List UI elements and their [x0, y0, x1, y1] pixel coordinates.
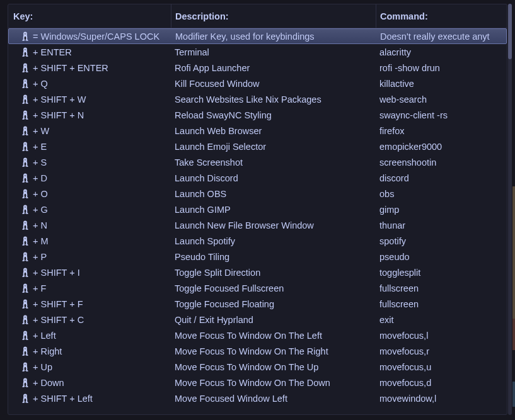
tux-icon [21, 157, 30, 167]
cell-key: + SHIFT + Left [8, 394, 171, 404]
table-row[interactable]: + MLaunch Spotifyspotify [8, 233, 507, 249]
keybindings-window: Key: Description: Command: = Windows/Sup… [8, 4, 507, 415]
cell-description: Toggle Focused Floating [171, 296, 376, 312]
cell-command: movefocus,r [376, 343, 507, 359]
table-row[interactable]: + SHIFT + ENTERRofi App Launcherrofi -sh… [8, 60, 507, 76]
table-row[interactable]: + SHIFT + NReload SwayNC Stylingswaync-c… [8, 107, 507, 123]
table-row[interactable]: = Windows/Super/CAPS LOCKModifier Key, u… [8, 28, 507, 44]
cell-key: + SHIFT + N [8, 110, 171, 120]
cell-command: movewindow,l [376, 390, 507, 406]
key-text: + W [33, 126, 49, 136]
key-text: + G [33, 205, 48, 215]
table-row[interactable]: + LeftMove Focus To Window On The Leftmo… [8, 327, 507, 343]
table-row[interactable]: + GLaunch GIMPgimp [8, 201, 507, 217]
key-text: = Windows/Super/CAPS LOCK [33, 31, 159, 42]
header-command[interactable]: Command: [376, 4, 507, 28]
tux-icon [21, 189, 30, 199]
cell-command: togglesplit [376, 264, 507, 280]
key-text: + SHIFT + ENTER [33, 63, 108, 73]
cell-description: Launch Spotify [171, 233, 376, 249]
tux-icon [21, 173, 30, 183]
table-row[interactable]: + SHIFT + LeftMove Focused Window Leftmo… [8, 390, 507, 406]
cell-command: screenshootin [376, 154, 507, 170]
cell-description: Rofi App Launcher [171, 60, 376, 76]
cell-description: Move Focus To Window On The Up [171, 359, 376, 375]
table-row[interactable]: + STake Screenshotscreenshootin [8, 154, 507, 170]
cell-key: + Q [8, 79, 171, 89]
cell-key: + SHIFT + W [8, 94, 171, 105]
key-text: + O [33, 189, 48, 199]
table-row[interactable]: + SHIFT + WSearch Websites Like Nix Pack… [8, 91, 507, 107]
key-text: + S [33, 157, 47, 167]
edge-segment [512, 382, 515, 407]
table-row[interactable]: + SHIFT + CQuit / Exit Hyprlandexit [8, 312, 507, 327]
tux-icon [21, 31, 30, 42]
cell-description: Launch New File Browser Window [171, 217, 376, 233]
cell-command: movefocus,d [376, 375, 507, 390]
table-row[interactable]: + SHIFT + IToggle Split Directiontoggles… [8, 264, 507, 280]
table-row[interactable]: + SHIFT + FToggle Focused Floatingfullsc… [8, 296, 507, 312]
key-text: + E [33, 142, 47, 152]
cell-key: = Windows/Super/CAPS LOCK [9, 31, 171, 42]
cell-key: + Right [8, 346, 171, 356]
table-row[interactable]: + ENTERTerminalalacritty [8, 44, 507, 60]
header-key[interactable]: Key: [8, 11, 171, 21]
key-text: + SHIFT + C [33, 315, 84, 325]
cell-description: Launch Emoji Selector [171, 139, 376, 154]
key-text: + SHIFT + I [33, 268, 80, 278]
key-text: + ENTER [33, 47, 72, 57]
cell-key: + Up [8, 362, 171, 372]
key-text: + N [33, 220, 47, 230]
cell-command: exit [376, 312, 507, 327]
table-row[interactable]: + WLaunch Web Browserfirefox [8, 123, 507, 139]
key-text: + Left [33, 331, 56, 341]
table-row[interactable]: + RightMove Focus To Window On The Right… [8, 343, 507, 359]
cell-description: Terminal [171, 44, 376, 60]
cell-command: thunar [376, 217, 507, 233]
key-text: + D [33, 173, 47, 183]
table-row[interactable]: + DownMove Focus To Window On The Downmo… [8, 375, 507, 390]
table-row[interactable]: + QKill Focused Windowkillactive [8, 76, 507, 91]
header-description[interactable]: Description: [171, 4, 376, 28]
cell-description: Launch OBS [171, 186, 376, 201]
cell-key: + SHIFT + C [8, 315, 171, 325]
cell-key: + SHIFT + F [8, 299, 171, 309]
cell-key: + ENTER [8, 47, 171, 57]
cell-description: Search Websites Like Nix Packages [171, 91, 376, 107]
cell-command: killactive [376, 76, 507, 91]
scrollbar[interactable] [508, 4, 512, 415]
tux-icon [21, 142, 30, 152]
cell-key: + Down [8, 378, 171, 388]
tux-icon [21, 378, 30, 388]
cell-description: Launch Web Browser [171, 123, 376, 139]
edge-segment [512, 186, 515, 319]
cell-description: Modifier Key, used for keybindings [171, 29, 376, 43]
tux-icon [21, 331, 30, 341]
tux-icon [21, 346, 30, 356]
scrollbar-thumb[interactable] [508, 4, 512, 59]
cell-description: Kill Focused Window [171, 76, 376, 91]
cell-description: Move Focused Window Left [171, 390, 376, 406]
cell-key: + S [8, 157, 171, 167]
tux-icon [21, 362, 30, 372]
cell-command: pseudo [376, 249, 507, 264]
tux-icon [21, 47, 30, 57]
cell-command: movefocus,u [376, 359, 507, 375]
table-row[interactable]: + NLaunch New File Browser Windowthunar [8, 217, 507, 233]
tux-icon [21, 220, 30, 230]
table-row[interactable]: + DLaunch Discorddiscord [8, 170, 507, 186]
cell-command: fullscreen [376, 280, 507, 296]
table-row[interactable]: + ELaunch Emoji Selectoremopicker9000 [8, 139, 507, 154]
tux-icon [21, 63, 30, 73]
cell-key: + F [8, 283, 171, 293]
cell-key: + Left [8, 331, 171, 341]
key-text: + SHIFT + F [33, 299, 83, 309]
right-edge-decoration [512, 4, 515, 415]
cell-description: Pseudo Tiling [171, 249, 376, 264]
table-row[interactable]: + UpMove Focus To Window On The Upmovefo… [8, 359, 507, 375]
table-row[interactable]: + OLaunch OBSobs [8, 186, 507, 201]
table-row[interactable]: + FToggle Focused Fullscreenfullscreen [8, 280, 507, 296]
table-row[interactable]: + PPseudo Tilingpseudo [8, 249, 507, 264]
cell-key: + E [8, 142, 171, 152]
cell-command: obs [376, 186, 507, 201]
